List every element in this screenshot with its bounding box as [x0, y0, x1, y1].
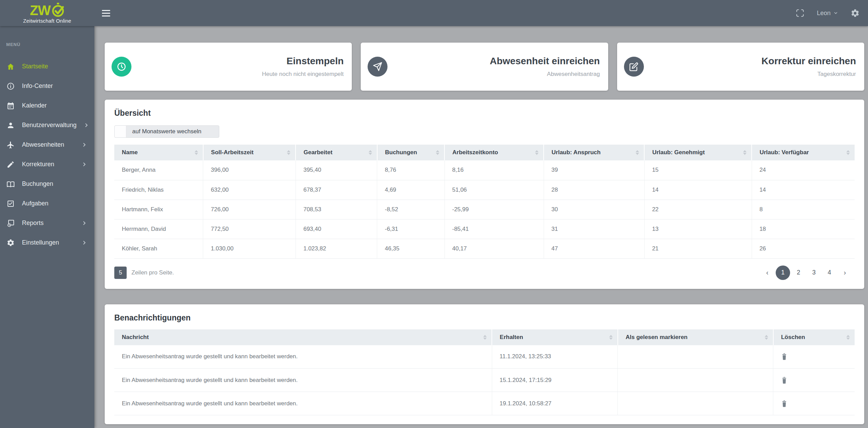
delete-notification-button[interactable] [781, 376, 788, 384]
delete-notification-button[interactable] [781, 353, 788, 360]
user-menu[interactable]: Leon [817, 10, 838, 17]
sidebar-item-korrekturen[interactable]: Korrekturen [0, 155, 94, 174]
trash-icon [781, 376, 788, 384]
report-icon [7, 219, 15, 227]
user-icon [7, 121, 15, 129]
sidebar-menu-label: MENÜ [6, 42, 94, 47]
overview-panel: Übersicht auf Monatswerte wechseln Name … [105, 100, 864, 289]
overview-table: Name Soll-Arbeitszeit Gearbeitet Buchung… [114, 145, 855, 259]
airplane-icon [7, 141, 15, 149]
pagination-prev-button[interactable]: ‹ [760, 266, 775, 280]
sidebar-item-label: Startseite [22, 63, 48, 70]
sidebar-item-abwesenheiten[interactable]: Abwesenheiten [0, 135, 94, 155]
trash-icon [781, 400, 788, 407]
sidebar-item-label: Korrekturen [22, 161, 54, 168]
column-header-urlaub-anspruch[interactable]: Urlaub: Anspruch [544, 145, 644, 160]
table-row: Ein Abwesenheitsantrag wurde gestellt un… [114, 392, 855, 415]
card-subtitle: Heute noch nicht eingestempelt [262, 71, 344, 78]
book-icon [7, 180, 15, 188]
card-korrektur-einreichen[interactable]: Korrektur einreichen Tageskorrektur [617, 43, 864, 91]
pagination: ‹ 1 2 3 4 › [760, 266, 855, 280]
sidebar-item-aufgaben[interactable]: Aufgaben [0, 194, 94, 213]
calendar-icon [7, 102, 15, 110]
notifications-title: Benachrichtigungen [114, 313, 855, 323]
sidebar-item-label: Buchungen [22, 180, 53, 188]
logo-subtitle: Zeitwirtschaft Online [23, 18, 71, 24]
pagination-page-4[interactable]: 4 [822, 266, 837, 280]
sidebar-item-startseite[interactable]: Startseite [0, 57, 94, 76]
sort-icon [535, 150, 539, 155]
card-einstempeln[interactable]: Einstempeln Heute noch nicht eingestempe… [105, 43, 352, 91]
notifications-table: Nachricht Erhalten Als gelesen markieren… [114, 329, 855, 416]
sort-icon [609, 335, 613, 340]
sidebar-item-kalender[interactable]: Kalender [0, 96, 94, 115]
column-header-urlaub-genehmigt[interactable]: Urlaub: Genehmigt [644, 145, 752, 160]
sidebar-item-buchungen[interactable]: Buchungen [0, 174, 94, 194]
sidebar-item-label: Aufgaben [22, 200, 48, 207]
menu-toggle-button[interactable] [102, 7, 114, 19]
fullscreen-button[interactable] [796, 9, 805, 18]
sort-icon [636, 150, 639, 155]
card-subtitle: Abwesenheitsantrag [490, 71, 600, 78]
sidebar-item-reports[interactable]: Reports [0, 213, 94, 233]
info-icon [7, 82, 15, 90]
sidebar-item-einstellungen[interactable]: Einstellungen [0, 233, 94, 252]
sidebar-item-info-center[interactable]: Info-Center [0, 76, 94, 96]
rows-per-page-label: Zeilen pro Seite. [131, 269, 174, 276]
pagination-page-2[interactable]: 2 [791, 266, 806, 280]
user-name: Leon [817, 10, 831, 17]
sort-icon [765, 335, 768, 340]
pagination-page-1[interactable]: 1 [776, 266, 790, 280]
card-abwesenheit-einreichen[interactable]: Abwesenheit einreichen Abwesenheitsantra… [361, 43, 608, 91]
column-header-urlaub-verfuegbar[interactable]: Urlaub: Verfügbar [752, 145, 855, 160]
sidebar-item-label: Reports [22, 219, 44, 227]
cell-received: 11.1.2024, 13:25:33 [492, 345, 618, 369]
stopwatch-icon [51, 3, 65, 17]
sort-icon [436, 150, 439, 155]
cell-name: Köhler, Sarah [114, 239, 203, 258]
table-row: Köhler, Sarah 1.030,00 1.023,82 46,35 40… [114, 239, 855, 258]
toggle-knob [115, 126, 126, 137]
column-header-name[interactable]: Name [114, 145, 203, 160]
action-cards-row: Einstempeln Heute noch nicht eingestempe… [105, 43, 864, 91]
column-header-arbeitszeitkonto[interactable]: Arbeitszeitkonto [444, 145, 544, 160]
sidebar: MENÜ Startseite Info-Center Kalender Ben… [0, 26, 94, 428]
cell-delete [773, 345, 855, 369]
table-row: Ein Abwesenheitsantrag wurde gestellt un… [114, 345, 855, 369]
sidebar-item-benutzerverwaltung[interactable]: Benutzerverwaltung [0, 115, 94, 135]
sort-icon [846, 150, 850, 155]
pagination-next-button[interactable]: › [837, 266, 853, 280]
column-header-als-gelesen-markieren[interactable]: Als gelesen markieren [618, 329, 773, 345]
pencil-icon [7, 160, 15, 169]
cell-message: Ein Abwesenheitsantrag wurde gestellt un… [114, 369, 492, 392]
cell-mark-as-read [618, 345, 773, 369]
overview-header-row: Name Soll-Arbeitszeit Gearbeitet Buchung… [114, 145, 855, 160]
switch-to-monthly-label: auf Monatswerte wechseln [132, 128, 201, 135]
card-title: Einstempeln [262, 56, 344, 67]
cell-name: Herrmann, David [114, 219, 203, 239]
column-header-erhalten[interactable]: Erhalten [492, 329, 618, 345]
delete-notification-button[interactable] [781, 400, 788, 407]
cell-message: Ein Abwesenheitsantrag wurde gestellt un… [114, 345, 492, 369]
sidebar-item-label: Abwesenheiten [22, 141, 64, 148]
sidebar-item-label: Info-Center [22, 82, 53, 90]
column-header-buchungen[interactable]: Buchungen [377, 145, 444, 160]
gear-icon [7, 239, 15, 247]
chevron-down-icon [833, 11, 838, 15]
column-header-nachricht[interactable]: Nachricht [114, 329, 492, 345]
notifications-panel: Benachrichtigungen Nachricht Erhalten Al… [105, 304, 864, 425]
rows-per-page-select[interactable]: 5 [114, 267, 127, 279]
pagination-page-3[interactable]: 3 [806, 266, 822, 280]
column-header-soll-arbeitszeit[interactable]: Soll-Arbeitszeit [203, 145, 296, 160]
switch-to-monthly-button[interactable]: auf Monatswerte wechseln [114, 125, 219, 138]
sidebar-item-label: Benutzerverwaltung [22, 122, 77, 129]
column-header-gearbeitet[interactable]: Gearbeitet [296, 145, 377, 160]
main-content: Einstempeln Heute noch nicht eingestempe… [94, 26, 868, 428]
settings-button[interactable] [850, 9, 860, 18]
column-header-loeschen[interactable]: Löschen [773, 329, 855, 345]
table-row: Herrmann, David 772,50 693,40 -6,31 -85,… [114, 219, 855, 239]
overview-title: Übersicht [114, 109, 855, 118]
sort-icon [743, 150, 747, 155]
card-title: Abwesenheit einreichen [490, 56, 600, 67]
cell-name: Hartmann, Felix [114, 200, 203, 219]
